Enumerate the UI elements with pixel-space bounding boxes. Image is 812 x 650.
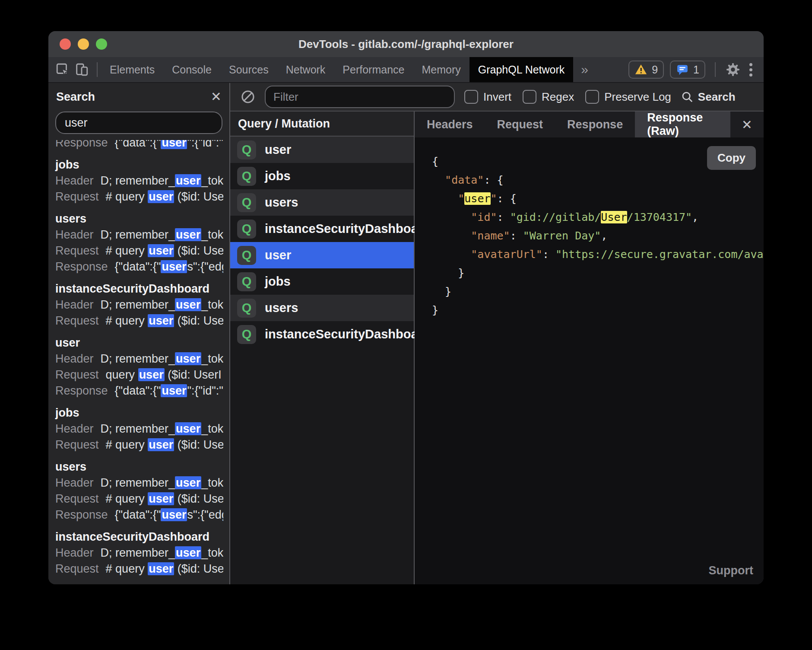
filter-search[interactable]: Search xyxy=(681,90,736,104)
match-highlight: user xyxy=(161,384,187,397)
result-text: # query xyxy=(106,492,148,505)
result-text: s":{"edges xyxy=(187,260,223,273)
device-toolbar-icon[interactable] xyxy=(74,62,89,77)
tab-memory[interactable]: Memory xyxy=(413,57,469,82)
search-panel-title: Search xyxy=(56,90,95,104)
filter-input[interactable] xyxy=(265,86,455,108)
query-row-instancesecuritydashboard[interactable]: QinstanceSecurityDashboard xyxy=(230,321,414,347)
json-line: } xyxy=(432,301,764,319)
match-highlight: user xyxy=(161,508,187,521)
json-token xyxy=(432,174,445,186)
query-mutation-header: Query / Mutation xyxy=(230,112,414,137)
result-text: s":{"edges xyxy=(187,508,223,521)
block-icon[interactable] xyxy=(241,89,255,104)
checkbox-invert[interactable]: Invert xyxy=(464,90,511,104)
kebab-menu-icon[interactable] xyxy=(747,63,755,76)
settings-gear-icon[interactable] xyxy=(725,62,741,77)
search-result-entry[interactable]: usersHeaderD; remember_user_token=eReque… xyxy=(55,459,223,523)
query-type-badge: Q xyxy=(237,299,256,318)
query-type-badge: Q xyxy=(237,325,256,344)
warning-icon xyxy=(634,63,647,76)
result-text: _token=e xyxy=(201,352,223,365)
inspect-element-icon[interactable] xyxy=(55,62,70,77)
result-line: Requestquery user ($id: UserI xyxy=(55,367,223,383)
query-row-user[interactable]: Quser xyxy=(230,137,414,163)
warnings-badge[interactable]: 9 xyxy=(628,61,664,79)
close-search-panel-icon[interactable]: ✕ xyxy=(211,90,222,103)
json-token: , xyxy=(692,211,698,223)
result-line: Response{"data":{"users":{"edges xyxy=(55,259,223,275)
json-token: { xyxy=(432,155,438,168)
invert-checkbox-label: Invert xyxy=(483,90,511,104)
query-mutation-panel: Query / Mutation QuserQjobsQusersQinstan… xyxy=(230,112,415,584)
devtools-tab-strip: ElementsConsoleSourcesNetworkPerformance… xyxy=(101,57,573,82)
match-highlight: user xyxy=(138,368,165,381)
query-row-instancesecuritydashboard[interactable]: QinstanceSecurityDashboard xyxy=(230,216,414,242)
query-row-label: instanceSecurityDashboard xyxy=(265,327,431,341)
invert-checkbox-box[interactable] xyxy=(464,90,478,104)
result-text: ":{"id":"gid xyxy=(187,384,223,397)
regex-checkbox-box[interactable] xyxy=(523,90,536,104)
search-result-entry[interactable]: Response{"data":{"user":{"id":"gid xyxy=(55,140,223,151)
preserve-log-checkbox-label: Preserve Log xyxy=(604,90,671,104)
result-text: ($id: UserI xyxy=(174,244,223,257)
search-result-entry[interactable]: jobsHeaderD; remember_user_token=eReques… xyxy=(55,157,223,205)
warning-count: 9 xyxy=(652,64,658,76)
query-row-jobs[interactable]: Qjobs xyxy=(230,163,414,189)
result-text: # query xyxy=(106,190,148,203)
result-line: Response{"data":{"user":{"id":"gid xyxy=(55,383,223,399)
search-result-entry[interactable]: instanceSecurityDashboardHeaderD; rememb… xyxy=(55,529,223,577)
result-text: _token=e xyxy=(201,298,223,311)
result-line-label: Response xyxy=(55,140,108,149)
match-highlight: user xyxy=(175,546,201,559)
json-token: /13704317" xyxy=(627,211,692,223)
detail-tab-response[interactable]: Response xyxy=(555,112,635,137)
result-line: HeaderD; remember_user_token=e xyxy=(55,475,223,491)
result-text: _token=e xyxy=(201,174,223,187)
query-row-users[interactable]: Qusers xyxy=(230,295,414,321)
tab-graphql-network[interactable]: GraphQL Network xyxy=(469,57,574,82)
json-token xyxy=(432,211,471,223)
match-highlight: user xyxy=(148,438,174,451)
result-text: D; remember_ xyxy=(101,422,175,435)
tab-console[interactable]: Console xyxy=(163,57,220,82)
result-heading: users xyxy=(55,459,223,475)
search-match-highlight: User xyxy=(601,211,627,223)
search-result-entry[interactable]: usersHeaderD; remember_user_token=eReque… xyxy=(55,211,223,275)
query-row-label: instanceSecurityDashboard xyxy=(265,222,431,236)
detail-tab-response-raw[interactable]: Response (Raw) xyxy=(635,112,730,137)
support-link[interactable]: Support xyxy=(709,564,753,577)
tab-sources[interactable]: Sources xyxy=(220,57,277,82)
detail-tab-request[interactable]: Request xyxy=(485,112,555,137)
search-result-entry[interactable]: jobsHeaderD; remember_user_token=eReques… xyxy=(55,405,223,453)
search-match-highlight: user xyxy=(464,192,490,205)
search-result-entry[interactable]: userHeaderD; remember_user_token=eReques… xyxy=(55,335,223,399)
json-token: } xyxy=(432,267,464,279)
tab-network[interactable]: Network xyxy=(277,57,334,82)
issues-badge[interactable]: 1 xyxy=(670,61,705,79)
result-line: Request# query user ($id: UserI xyxy=(55,313,223,329)
result-heading: instanceSecurityDashboard xyxy=(55,281,223,297)
result-heading: jobs xyxy=(55,405,223,421)
preserve-log-checkbox-box[interactable] xyxy=(585,90,599,104)
checkbox-regex[interactable]: Regex xyxy=(523,90,574,104)
checkbox-preserve-log[interactable]: Preserve Log xyxy=(585,90,671,104)
tab-elements[interactable]: Elements xyxy=(101,57,163,82)
result-heading: instanceSecurityDashboard xyxy=(55,529,223,545)
query-row-jobs[interactable]: Qjobs xyxy=(230,268,414,295)
copy-button[interactable]: Copy xyxy=(707,146,756,170)
detail-tab-headers[interactable]: Headers xyxy=(415,112,485,137)
match-highlight: user xyxy=(175,174,201,187)
result-line: HeaderD; remember_user_token=e xyxy=(55,421,223,437)
more-tabs-icon[interactable]: » xyxy=(573,57,596,82)
search-input[interactable] xyxy=(55,112,222,134)
match-highlight: user xyxy=(161,140,187,149)
tab-performance[interactable]: Performance xyxy=(334,57,413,82)
result-text: _token=e xyxy=(201,546,223,559)
close-detail-icon[interactable]: ✕ xyxy=(730,112,764,137)
query-row-user[interactable]: Quser xyxy=(230,242,414,268)
response-raw-view: Copy { "data": { "user": { "id": "gid://… xyxy=(415,137,764,584)
json-token: " xyxy=(491,192,497,205)
query-row-users[interactable]: Qusers xyxy=(230,189,414,216)
search-result-entry[interactable]: instanceSecurityDashboardHeaderD; rememb… xyxy=(55,281,223,329)
